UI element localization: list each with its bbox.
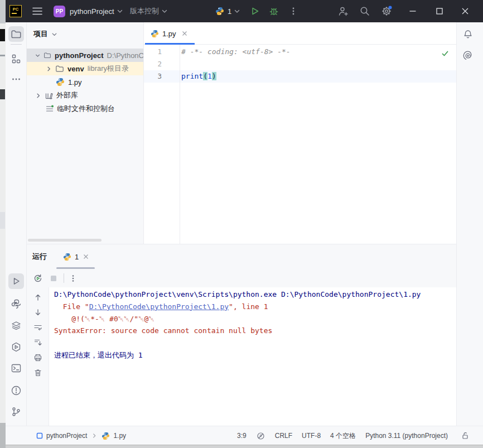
search-everywhere-button[interactable] (359, 0, 370, 22)
file-link[interactable]: D:\PythonCode\pythonProject\1.py (89, 302, 229, 311)
problems-button[interactable] (8, 383, 24, 398)
ellipsis-icon (11, 74, 21, 84)
chevron-down-icon (233, 7, 241, 16)
main-menu-button[interactable] (32, 0, 42, 22)
folder-icon (44, 51, 51, 60)
unlocked-icon[interactable] (461, 431, 470, 440)
python-icon (102, 432, 110, 440)
line-number: 2 (144, 58, 162, 70)
code-with-me-button[interactable] (337, 0, 349, 22)
console-line-6: 进程已结束，退出代码为 1 (54, 349, 421, 362)
python-packages-button[interactable] (8, 296, 24, 312)
tree-row-external-libs[interactable]: 外部库 (27, 89, 144, 102)
tree-label: 1.py (68, 78, 82, 86)
highlighting-level-icon[interactable] (256, 431, 265, 441)
maximize-button[interactable] (427, 0, 452, 22)
print-button[interactable] (30, 351, 46, 364)
structure-tool-button[interactable] (8, 51, 24, 66)
maximize-icon (436, 7, 443, 15)
run-tab-1[interactable]: 1 (56, 244, 96, 269)
editor-tab-1py[interactable]: 1.py (145, 22, 194, 45)
tree-label: 临时文件和控制台 (57, 104, 115, 114)
notifications-button[interactable] (460, 27, 476, 42)
scroll-up-button[interactable] (30, 291, 46, 304)
chevron-down-icon (115, 7, 124, 16)
close-tab-icon[interactable] (181, 30, 189, 37)
project-panel-header[interactable]: 项目 (33, 29, 59, 39)
console-output[interactable]: D:\PythonCode\pythonProject\venv\Scripts… (54, 288, 421, 362)
python-console-button[interactable] (8, 339, 24, 355)
run-console: D:\PythonCode\pythonProject\venv\Scripts… (27, 287, 456, 426)
left-tool-stripe (6, 22, 27, 426)
play-icon (11, 276, 22, 287)
run-config-widget[interactable]: 1 (215, 0, 241, 22)
tree-row-1py[interactable]: 1.py (27, 75, 144, 89)
status-breadcrumb-project[interactable]: pythonProject (46, 432, 87, 440)
caret-position[interactable]: 3:9 (237, 432, 247, 440)
run-more-options-button[interactable] (65, 271, 81, 286)
problems-icon (11, 385, 22, 396)
stop-button[interactable] (46, 271, 61, 286)
console-line-1: D:\PythonCode\pythonProject\venv\Scripts… (54, 288, 421, 301)
project-widget[interactable]: PP pythonProject (54, 0, 124, 22)
project-tool-button[interactable] (8, 26, 24, 42)
kebab-menu-icon (289, 7, 298, 16)
run-button[interactable] (249, 0, 260, 22)
status-bar: pythonProject 1.py 3:9 CRLF UTF-8 4 个空格 … (6, 426, 483, 445)
terminal-button[interactable] (8, 360, 24, 376)
more-actions-button[interactable] (289, 0, 298, 22)
close-tab-icon[interactable] (82, 253, 90, 261)
code-line-3[interactable]: 3 print(1) (144, 70, 456, 83)
right-tool-stripe (456, 22, 483, 426)
soft-wrap-button[interactable] (30, 321, 46, 334)
run-icon (249, 6, 260, 17)
run-tool-button[interactable] (8, 273, 24, 289)
vcs-label: 版本控制 (130, 6, 159, 16)
tree-row-venv[interactable]: venv library根目录 (27, 62, 144, 75)
minimize-button[interactable] (400, 0, 426, 22)
tree-suffix: D:\PythonC (107, 51, 144, 60)
git-button[interactable] (8, 404, 24, 420)
services-button[interactable] (8, 317, 24, 333)
tree-label: pythonProject (55, 51, 103, 60)
run-tab-label: 1 (75, 253, 79, 261)
status-breadcrumb-file[interactable]: 1.py (113, 432, 126, 440)
project-horizontal-scrollbar[interactable] (28, 239, 102, 242)
scroll-down-button[interactable] (30, 306, 46, 319)
code-text: # -*- coding: <utf-8> -*- (181, 46, 291, 58)
git-branch-icon (11, 406, 22, 417)
tree-row-scratches[interactable]: 临时文件和控制台 (27, 102, 144, 115)
file-encoding[interactable]: UTF-8 (302, 432, 321, 440)
python-outline-icon (11, 298, 22, 310)
background-window-sliver (0, 0, 6, 448)
run-panel-title[interactable]: 运行 (32, 244, 47, 269)
folder-icon (11, 28, 22, 40)
ai-assistant-icon (462, 50, 474, 61)
ai-assistant-button[interactable] (460, 48, 476, 64)
code-line-2[interactable]: 2 (144, 58, 456, 70)
close-button[interactable] (452, 0, 478, 22)
inspection-ok-icon[interactable] (441, 50, 449, 57)
rerun-button[interactable] (30, 271, 46, 286)
settings-button[interactable] (380, 0, 393, 22)
more-tools-button[interactable] (8, 71, 24, 87)
vcs-widget[interactable]: 版本控制 (130, 0, 169, 22)
editor-area: 1.py 1 # -*- coding: <utf-8> -*- 2 3 pri… (144, 22, 456, 244)
project-badge: PP (54, 6, 65, 17)
python-icon (56, 78, 65, 86)
run-config-name: 1 (228, 7, 231, 16)
gear-icon (380, 5, 393, 17)
python-interpreter[interactable]: Python 3.11 (pythonProject) (365, 432, 448, 440)
code-text: print(1) (181, 70, 216, 83)
indent-style[interactable]: 4 个空格 (330, 431, 356, 441)
debug-button[interactable] (268, 0, 279, 22)
editor-tab-bar: 1.py (144, 22, 456, 45)
code-line-1[interactable]: 1 # -*- coding: <utf-8> -*- (144, 46, 456, 58)
scroll-to-end-button[interactable] (30, 336, 46, 349)
project-panel: 项目 pythonProject D:\PythonC venv library… (27, 22, 144, 244)
tree-row-python-project[interactable]: pythonProject D:\PythonC (27, 49, 144, 62)
module-icon (36, 432, 43, 439)
clear-all-button[interactable] (30, 366, 46, 379)
line-separator[interactable]: CRLF (275, 432, 292, 440)
pycharm-logo-icon[interactable]: PC (9, 5, 22, 17)
